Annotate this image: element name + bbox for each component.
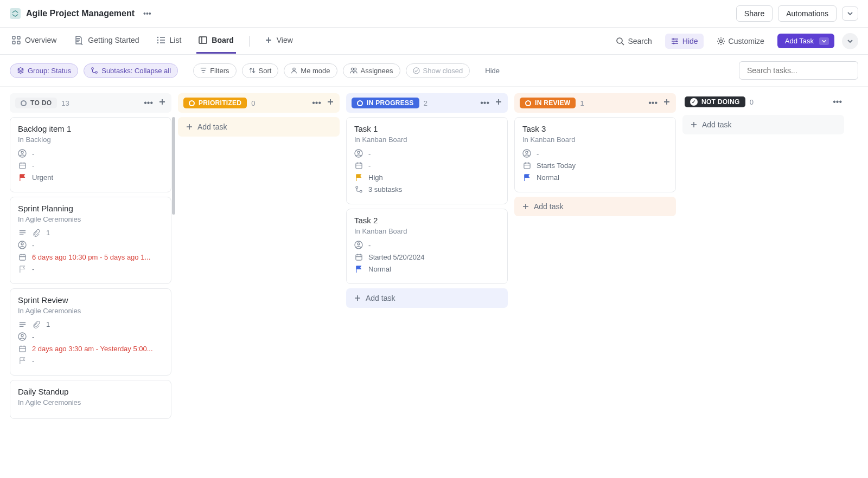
group-status-pill[interactable]: Group: Status [10,63,78,78]
top-bar: Agile Project Management ••• Share Autom… [0,0,868,28]
column-more-button[interactable]: ••• [312,98,321,108]
flag-icon [18,173,27,182]
nav-tabs: Overview Getting Started List Board View… [0,28,868,55]
subtasks-pill[interactable]: Subtasks: Collapse all [84,63,178,78]
me-mode-pill[interactable]: Me mode [284,63,337,78]
task-card[interactable]: Sprint PlanningIn Agile Ceremonies1-6 da… [10,197,171,284]
plus-icon [354,294,361,302]
column-not_doing: ✓NOT DOING0•••Add task [682,93,844,134]
plus-icon [265,36,272,44]
card-title: Task 1 [354,124,500,133]
tab-overview[interactable]: Overview [10,28,59,54]
automations-button[interactable]: Automations [778,5,837,22]
card-location: In Agile Ceremonies [18,398,163,406]
column-add-button[interactable] [158,98,166,108]
svg-point-14 [92,68,94,70]
status-pill[interactable]: IN PROGRESS [352,98,419,108]
search-action[interactable]: Search [610,34,657,49]
card-meta-row: 1 [18,229,163,237]
hide-filters-button[interactable]: Hide [480,64,505,77]
column-more-button[interactable]: ••• [833,97,842,107]
tab-getting-started[interactable]: Getting Started [72,28,141,54]
hide-action[interactable]: Hide [665,34,704,49]
column-more-button[interactable]: ••• [648,98,658,108]
tab-board[interactable]: Board [196,28,235,54]
row-text: - [32,150,34,158]
tab-list[interactable]: List [155,28,184,54]
card-assignee-row: - [354,149,500,158]
status-circle-icon [525,100,531,106]
add-task-button[interactable]: Add task [682,115,844,134]
card-flag-row: High [354,173,500,182]
task-card[interactable]: Task 3In Kanban Board-Starts TodayNormal [514,117,676,192]
task-card[interactable]: Daily StandupIn Agile Ceremonies [10,380,171,419]
column-in_progress: IN PROGRESS2•••Task 1In Kanban Board--Hi… [346,93,508,308]
add-task-button[interactable]: Add task [346,288,508,308]
svg-point-27 [21,334,23,337]
description-icon [18,320,27,328]
svg-point-12 [673,42,674,44]
svg-point-5 [157,40,158,41]
share-button[interactable]: Share [736,5,773,22]
automations-caret-button[interactable] [842,7,858,21]
task-card[interactable]: Task 2In Kanban Board-Started 5/20/2024N… [346,209,508,284]
column-more-button[interactable]: ••• [144,98,153,108]
attachment-count: 1 [46,320,50,328]
status-pill[interactable]: IN REVIEW [520,98,576,108]
column-add-button[interactable] [663,98,671,108]
svg-point-10 [672,38,674,40]
card-location: In Backlog [18,135,163,144]
scrollbar-thumb[interactable] [172,117,175,215]
plus-icon [522,203,529,210]
column-add-button[interactable] [495,98,502,108]
attachment-icon [32,229,41,237]
svg-rect-1 [17,36,20,39]
column-header: IN PROGRESS2••• [346,93,508,113]
add-task-primary-button[interactable]: Add Task [777,34,834,48]
column-count: 0 [251,99,255,107]
add-task-button[interactable]: Add task [514,197,676,216]
column-count: 2 [424,99,427,107]
chevron-down-icon [847,38,853,44]
sort-pill[interactable]: Sort [242,63,279,78]
status-pill[interactable]: PRIORITIZED [183,98,247,108]
add-task-button[interactable]: Add task [178,117,340,137]
svg-point-9 [617,38,622,43]
subtasks-icon [91,67,98,74]
collapse-button[interactable] [842,33,858,49]
svg-rect-36 [355,255,361,260]
column-add-button[interactable] [327,98,334,108]
svg-rect-0 [12,36,15,39]
customize-action[interactable]: Customize [711,34,770,49]
kanban-board: TO DO13•••Backlog item 1In Backlog--Urge… [0,87,868,430]
svg-point-21 [21,151,23,153]
card-flag-row: Urgent [18,173,163,182]
svg-rect-22 [19,163,25,169]
assignees-pill[interactable]: Assignees [343,63,400,78]
calendar-icon [18,345,27,353]
column-prioritized: PRIORITIZED0•••Add task [178,93,340,137]
show-closed-pill[interactable]: Show closed [406,63,470,78]
status-label: TO DO [30,99,52,107]
svg-rect-31 [355,163,361,169]
row-text: - [368,150,371,158]
add-view-button[interactable]: View [263,28,295,54]
task-card[interactable]: Sprint ReviewIn Agile Ceremonies1-2 days… [10,288,171,376]
svg-point-16 [293,68,295,70]
add-task-label: Add task [534,202,563,211]
column-actions: ••• [480,98,502,108]
filter-right [739,61,858,80]
task-card[interactable]: Backlog item 1In Backlog--Urgent [10,117,171,192]
status-label: PRIORITIZED [199,99,241,107]
status-pill[interactable]: TO DO [15,98,57,108]
grid-icon [12,36,21,44]
add-task-label: Add task [197,122,227,131]
task-card[interactable]: Task 1In Kanban Board--High3 subtasks [346,117,508,204]
column-more-button[interactable]: ••• [480,98,489,108]
search-tasks-input[interactable] [739,61,858,80]
status-circle-icon [357,100,363,106]
filters-pill[interactable]: Filters [193,63,236,78]
svg-rect-25 [19,255,25,260]
more-options-button[interactable]: ••• [140,7,155,20]
status-pill[interactable]: ✓NOT DOING [685,96,745,107]
